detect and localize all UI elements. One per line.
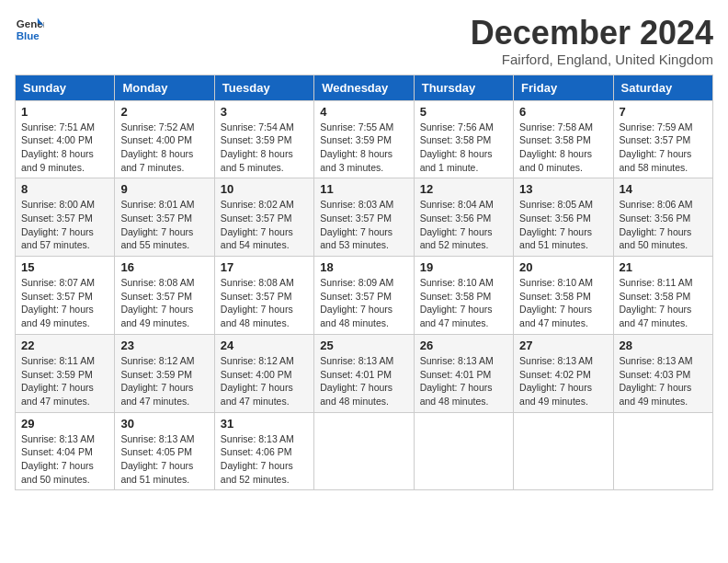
- day-number: 23: [120, 339, 208, 352]
- page-header: General Blue December 2024 Fairford, Eng…: [15, 15, 713, 67]
- calendar-cell: 24Sunrise: 8:12 AMSunset: 4:00 PMDayligh…: [214, 334, 313, 412]
- calendar-cell: 25Sunrise: 8:13 AMSunset: 4:01 PMDayligh…: [314, 334, 414, 412]
- calendar-table: SundayMondayTuesdayWednesdayThursdayFrid…: [15, 75, 713, 491]
- day-detail: Sunrise: 7:58 AMSunset: 3:58 PMDaylight:…: [519, 121, 593, 173]
- day-detail: Sunrise: 8:03 AMSunset: 3:57 PMDaylight:…: [320, 199, 393, 250]
- calendar-cell: [314, 412, 414, 490]
- day-detail: Sunrise: 8:13 AMSunset: 4:04 PMDaylight:…: [21, 433, 95, 485]
- calendar-cell: 5Sunrise: 7:56 AMSunset: 3:58 PMDaylight…: [414, 100, 513, 178]
- day-number: 15: [21, 260, 108, 274]
- day-header-tuesday: Tuesday: [214, 75, 313, 100]
- day-number: 22: [21, 339, 108, 352]
- day-number: 17: [221, 260, 308, 274]
- day-number: 26: [420, 339, 507, 352]
- calendar-cell: 29Sunrise: 8:13 AMSunset: 4:04 PMDayligh…: [16, 412, 115, 490]
- calendar-cell: 14Sunrise: 8:06 AMSunset: 3:56 PMDayligh…: [613, 178, 712, 257]
- day-number: 14: [620, 182, 707, 196]
- calendar-cell: 8Sunrise: 8:00 AMSunset: 3:57 PMDaylight…: [16, 178, 115, 257]
- day-detail: Sunrise: 7:54 AMSunset: 3:59 PMDaylight:…: [221, 121, 294, 173]
- calendar-cell: 21Sunrise: 8:11 AMSunset: 3:58 PMDayligh…: [613, 257, 712, 335]
- calendar-cell: [613, 412, 712, 490]
- day-number: 5: [420, 105, 507, 119]
- day-number: 8: [21, 182, 108, 196]
- day-header-thursday: Thursday: [414, 75, 513, 100]
- day-number: 20: [519, 260, 607, 274]
- calendar-cell: [514, 412, 613, 490]
- day-detail: Sunrise: 8:13 AMSunset: 4:06 PMDaylight:…: [221, 433, 294, 485]
- day-header-friday: Friday: [514, 75, 613, 100]
- title-block: December 2024 Fairford, England, United …: [471, 15, 713, 67]
- calendar-cell: 1Sunrise: 7:51 AMSunset: 4:00 PMDaylight…: [16, 100, 115, 178]
- day-detail: Sunrise: 7:55 AMSunset: 3:59 PMDaylight:…: [320, 121, 393, 173]
- day-number: 18: [320, 260, 407, 274]
- day-number: 28: [620, 339, 707, 352]
- calendar-cell: 31Sunrise: 8:13 AMSunset: 4:06 PMDayligh…: [214, 412, 313, 490]
- calendar-cell: 3Sunrise: 7:54 AMSunset: 3:59 PMDaylight…: [214, 100, 313, 178]
- calendar-header-row: SundayMondayTuesdayWednesdayThursdayFrid…: [16, 75, 713, 100]
- calendar-cell: 10Sunrise: 8:02 AMSunset: 3:57 PMDayligh…: [214, 178, 313, 257]
- logo: General Blue: [15, 15, 44, 44]
- day-detail: Sunrise: 8:00 AMSunset: 3:57 PMDaylight:…: [21, 199, 95, 250]
- day-number: 27: [519, 339, 607, 352]
- calendar-cell: 19Sunrise: 8:10 AMSunset: 3:58 PMDayligh…: [414, 257, 513, 335]
- calendar-cell: 4Sunrise: 7:55 AMSunset: 3:59 PMDaylight…: [314, 100, 414, 178]
- day-detail: Sunrise: 8:05 AMSunset: 3:56 PMDaylight:…: [519, 199, 593, 250]
- day-detail: Sunrise: 8:09 AMSunset: 3:57 PMDaylight:…: [320, 277, 393, 328]
- day-number: 7: [620, 105, 707, 119]
- day-number: 3: [221, 105, 308, 119]
- day-detail: Sunrise: 8:06 AMSunset: 3:56 PMDaylight:…: [620, 199, 693, 250]
- calendar-cell: 11Sunrise: 8:03 AMSunset: 3:57 PMDayligh…: [314, 178, 414, 257]
- calendar-cell: 22Sunrise: 8:11 AMSunset: 3:59 PMDayligh…: [16, 334, 115, 412]
- day-header-wednesday: Wednesday: [314, 75, 414, 100]
- location: Fairford, England, United Kingdom: [471, 52, 713, 67]
- day-header-sunday: Sunday: [16, 75, 115, 100]
- day-number: 19: [420, 260, 507, 274]
- day-detail: Sunrise: 8:02 AMSunset: 3:57 PMDaylight:…: [221, 199, 294, 250]
- calendar-cell: 13Sunrise: 8:05 AMSunset: 3:56 PMDayligh…: [514, 178, 613, 257]
- day-header-saturday: Saturday: [613, 75, 712, 100]
- day-number: 21: [620, 260, 707, 274]
- day-number: 12: [420, 182, 507, 196]
- day-detail: Sunrise: 8:10 AMSunset: 3:58 PMDaylight:…: [519, 277, 593, 328]
- calendar-week-row: 29Sunrise: 8:13 AMSunset: 4:04 PMDayligh…: [16, 412, 713, 490]
- calendar-cell: 16Sunrise: 8:08 AMSunset: 3:57 PMDayligh…: [115, 257, 214, 335]
- day-number: 13: [519, 182, 607, 196]
- calendar-week-row: 15Sunrise: 8:07 AMSunset: 3:57 PMDayligh…: [16, 257, 713, 335]
- day-header-monday: Monday: [115, 75, 214, 100]
- day-detail: Sunrise: 8:13 AMSunset: 4:05 PMDaylight:…: [120, 433, 194, 485]
- calendar-cell: 23Sunrise: 8:12 AMSunset: 3:59 PMDayligh…: [115, 334, 214, 412]
- day-detail: Sunrise: 8:08 AMSunset: 3:57 PMDaylight:…: [221, 277, 294, 328]
- calendar-cell: 26Sunrise: 8:13 AMSunset: 4:01 PMDayligh…: [414, 334, 513, 412]
- svg-text:General: General: [17, 18, 44, 29]
- calendar-cell: 2Sunrise: 7:52 AMSunset: 4:00 PMDaylight…: [115, 100, 214, 178]
- month-title: December 2024: [471, 15, 713, 52]
- calendar-cell: 7Sunrise: 7:59 AMSunset: 3:57 PMDaylight…: [613, 100, 712, 178]
- day-detail: Sunrise: 7:52 AMSunset: 4:00 PMDaylight:…: [120, 121, 194, 173]
- day-detail: Sunrise: 8:07 AMSunset: 3:57 PMDaylight:…: [21, 277, 95, 328]
- calendar-cell: 17Sunrise: 8:08 AMSunset: 3:57 PMDayligh…: [214, 257, 313, 335]
- day-number: 2: [120, 105, 208, 119]
- day-detail: Sunrise: 8:13 AMSunset: 4:03 PMDaylight:…: [620, 355, 693, 407]
- calendar-week-row: 1Sunrise: 7:51 AMSunset: 4:00 PMDaylight…: [16, 100, 713, 178]
- day-number: 6: [519, 105, 607, 119]
- calendar-cell: 28Sunrise: 8:13 AMSunset: 4:03 PMDayligh…: [613, 334, 712, 412]
- day-detail: Sunrise: 7:51 AMSunset: 4:00 PMDaylight:…: [21, 121, 95, 173]
- svg-text:Blue: Blue: [17, 30, 40, 41]
- day-number: 25: [320, 339, 407, 352]
- calendar-cell: 20Sunrise: 8:10 AMSunset: 3:58 PMDayligh…: [514, 257, 613, 335]
- day-number: 31: [221, 417, 308, 431]
- calendar-cell: 12Sunrise: 8:04 AMSunset: 3:56 PMDayligh…: [414, 178, 513, 257]
- calendar-cell: 27Sunrise: 8:13 AMSunset: 4:02 PMDayligh…: [514, 334, 613, 412]
- calendar-cell: 18Sunrise: 8:09 AMSunset: 3:57 PMDayligh…: [314, 257, 414, 335]
- day-detail: Sunrise: 8:10 AMSunset: 3:58 PMDaylight:…: [420, 277, 494, 328]
- day-detail: Sunrise: 8:04 AMSunset: 3:56 PMDaylight:…: [420, 199, 494, 250]
- calendar-cell: 9Sunrise: 8:01 AMSunset: 3:57 PMDaylight…: [115, 178, 214, 257]
- calendar-cell: [414, 412, 513, 490]
- day-detail: Sunrise: 8:12 AMSunset: 4:00 PMDaylight:…: [221, 355, 294, 407]
- day-detail: Sunrise: 8:11 AMSunset: 3:58 PMDaylight:…: [620, 277, 693, 328]
- calendar-week-row: 8Sunrise: 8:00 AMSunset: 3:57 PMDaylight…: [16, 178, 713, 257]
- day-number: 29: [21, 417, 108, 431]
- day-detail: Sunrise: 8:13 AMSunset: 4:01 PMDaylight:…: [420, 355, 494, 407]
- day-number: 1: [21, 105, 108, 119]
- day-detail: Sunrise: 8:11 AMSunset: 3:59 PMDaylight:…: [21, 355, 95, 407]
